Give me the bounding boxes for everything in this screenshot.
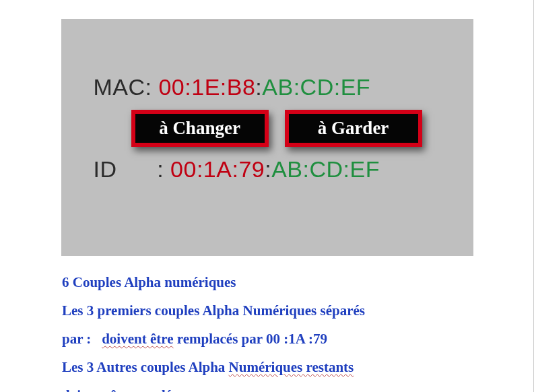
line3-pre: par : <box>62 331 102 347</box>
keep-button[interactable]: à Garder <box>285 110 422 147</box>
line4-wavy: Numériques restants <box>229 359 354 375</box>
button-row: à Changer à Garder <box>131 110 441 147</box>
instruction-line-2: Les 3 premiers couples Alpha Numériques … <box>62 296 472 325</box>
mac-line: MAC: 00:1E:B8:AB:CD:EF <box>94 74 441 100</box>
mac-suffix: AB:CD:EF <box>262 74 370 100</box>
id-separator: : <box>265 156 271 182</box>
instruction-line-4: Les 3 Autres couples Alpha Numériques re… <box>62 353 472 381</box>
id-label-colon <box>117 156 151 182</box>
line3-post: remplacés par 00 :1A :79 <box>173 331 327 347</box>
mac-separator: : <box>255 74 262 100</box>
id-line: ID : 00:1A:79:AB:CD:EF <box>94 156 441 183</box>
mac-prefix: 00:1E:B8 <box>158 74 255 100</box>
id-suffix: AB:CD:EF <box>271 156 380 182</box>
mac-label: MAC: <box>94 74 159 100</box>
change-button[interactable]: à Changer <box>131 110 269 147</box>
id-label: ID <box>94 156 117 182</box>
line4-pre: Les 3 Autres couples Alpha <box>62 359 229 375</box>
id-prefix: 00:1A:79 <box>170 156 265 182</box>
id-label-sep: : <box>150 156 170 182</box>
mac-id-diagram: MAC: 00:1E:B8:AB:CD:EF à Changer à Garde… <box>61 19 473 256</box>
instructions-block: 6 Couples Alpha numériques Les 3 premier… <box>61 268 473 392</box>
line3-wavy: doivent être <box>102 331 173 347</box>
instruction-line-5: doivent être gardés <box>62 381 472 392</box>
instruction-line-1: 6 Couples Alpha numériques <box>62 268 472 296</box>
instruction-line-3: par : doivent être remplacés par 00 :1A … <box>62 325 472 353</box>
